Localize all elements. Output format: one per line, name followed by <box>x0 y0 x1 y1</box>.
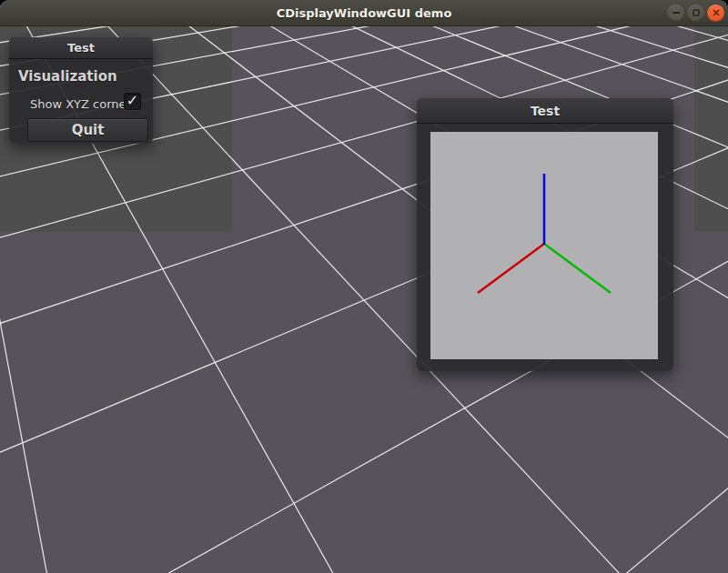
window-title: CDisplayWindowGUI demo <box>277 6 452 20</box>
maximize-button[interactable] <box>687 5 704 22</box>
y-axis-line <box>544 244 611 293</box>
xyz-axes-drawing <box>430 132 658 359</box>
xyz-corner-image <box>430 132 658 359</box>
maximize-icon <box>692 8 701 17</box>
minimize-button[interactable] <box>667 5 684 22</box>
test-panel-body: Visualization Show XYZ corner ✓ Quit <box>9 59 153 145</box>
test-panel-header[interactable]: Test <box>9 37 153 59</box>
quit-button[interactable]: Quit <box>27 118 148 142</box>
close-icon <box>712 8 721 17</box>
window-controls <box>667 0 724 25</box>
checkmark-icon: ✓ <box>126 94 138 108</box>
test-subwindow: Test <box>417 98 673 371</box>
test-subwindow-header[interactable]: Test <box>417 98 673 124</box>
close-button[interactable] <box>707 5 724 22</box>
show-xyz-corner-label: Show XYZ corner <box>30 97 131 111</box>
x-axis-line <box>478 244 544 293</box>
visualization-label: Visualization <box>18 68 117 85</box>
minimize-icon <box>672 8 681 17</box>
titlebar[interactable]: CDisplayWindowGUI demo <box>0 0 728 26</box>
app-window: CDisplayWindowGUI demo Test <box>0 0 728 573</box>
test-panel-window: Test Visualization Show XYZ corner ✓ Qui… <box>9 37 153 144</box>
show-xyz-corner-checkbox[interactable]: ✓ <box>124 93 141 110</box>
